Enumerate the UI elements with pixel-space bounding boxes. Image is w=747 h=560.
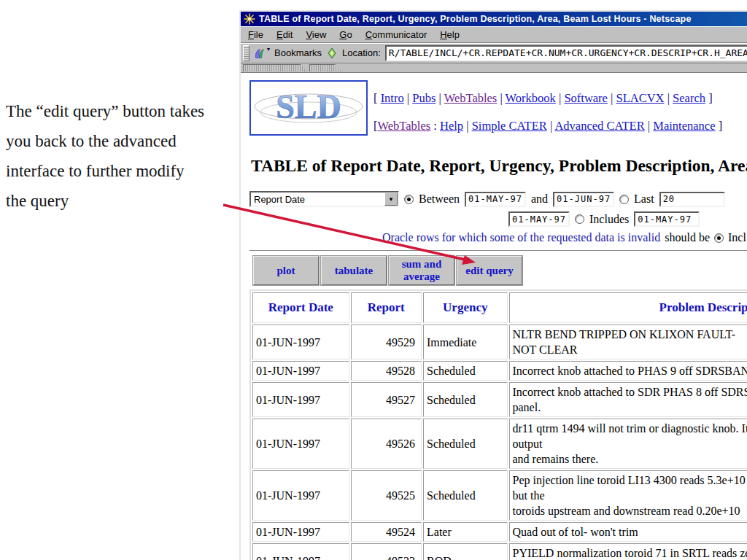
invalid-rows-text: Oracle rows for which some of the reques… xyxy=(382,231,660,244)
nav-link[interactable]: Search xyxy=(673,91,705,105)
action-button[interactable]: edit query xyxy=(457,256,522,285)
nav-link[interactable]: Help xyxy=(440,119,463,133)
nav-separator: | xyxy=(497,91,505,105)
problem-description-cell: PYIELD normalization toroid 71 in SRTL r… xyxy=(509,543,747,560)
nav-link[interactable]: Advanced CATER xyxy=(554,119,644,133)
titlebar: TABLE of Report Date, Report, Urgency, P… xyxy=(241,12,747,26)
includes-radio[interactable] xyxy=(575,214,584,224)
chevron-down-icon[interactable]: ▼ xyxy=(384,192,398,206)
collapsed-toolbar-tab[interactable] xyxy=(309,64,341,71)
includes-before-input[interactable] xyxy=(508,211,570,227)
last-input[interactable] xyxy=(659,192,725,207)
menu-item[interactable]: Communicator xyxy=(365,29,427,40)
query-form: Report Date ▼ Between and Last Includes … xyxy=(249,191,747,252)
nav-separator: | xyxy=(463,119,472,133)
report-date-cell: 01-JUN-1997 xyxy=(252,361,349,381)
nav-separator: | xyxy=(645,119,654,133)
bookmarks-label[interactable]: Bookmarks xyxy=(274,47,322,58)
menu-item[interactable]: View xyxy=(306,29,326,40)
location-label: Location: xyxy=(342,47,381,58)
menu-item[interactable]: File xyxy=(248,29,263,40)
sld-logo[interactable]: SLD xyxy=(249,80,368,136)
query-row-2: Includes xyxy=(508,211,747,227)
nav-link[interactable]: WebTables xyxy=(378,119,431,133)
bookmarks-caret-icon[interactable]: ▾ xyxy=(267,47,270,52)
nav-link[interactable]: Simple CATER xyxy=(472,119,547,133)
field-select[interactable]: Report Date ▼ xyxy=(249,191,399,207)
action-button[interactable]: tabulate xyxy=(321,256,387,285)
action-buttons: plot tabulate sum and average edit query xyxy=(251,256,525,285)
urgency-cell: ROD xyxy=(423,543,508,560)
location-input[interactable] xyxy=(385,45,747,61)
table-row: 01-JUN-1997 49528 Scheduled Incorrect kn… xyxy=(252,361,747,381)
nav-link[interactable]: WebTables xyxy=(444,91,498,105)
problem-description-cell: NLTR BEND TRIPPED ON KLIXON FAULT- NOT C… xyxy=(509,324,747,359)
menu-item[interactable]: Help xyxy=(440,29,460,40)
action-button[interactable]: sum and average xyxy=(389,256,454,285)
field-select-value: Report Date xyxy=(254,194,305,205)
browser-window: TABLE of Report Date, Report, Urgency, P… xyxy=(239,10,747,560)
table-row: 01-JUN-1997 49529 Immediate NLTR BEND TR… xyxy=(252,324,747,359)
toolbar-grip[interactable] xyxy=(243,45,249,61)
report-number-cell: 49523 xyxy=(351,543,422,560)
table-header-row: Report DateReportUrgencyProblem Descript… xyxy=(252,292,747,323)
netscape-icon xyxy=(244,13,255,25)
last-radio[interactable] xyxy=(619,195,629,204)
problem-description-cell: Incorrect knob attached to PHAS 9 off SD… xyxy=(509,361,747,381)
page-title: TABLE of Report Date, Report, Urgency, P… xyxy=(251,156,747,176)
column-header: Problem Description xyxy=(509,292,747,323)
report-date-cell: 01-JUN-1997 xyxy=(252,470,349,521)
problem-description-cell: Pep injection line toroid LI13 4300 read… xyxy=(509,470,747,521)
nav-link[interactable]: Maintenance xyxy=(653,119,715,133)
nav-bracket: ] xyxy=(719,119,723,133)
between-radio[interactable] xyxy=(404,195,414,204)
table-row: 01-JUN-1997 49527 Scheduled Incorrect kn… xyxy=(252,382,747,417)
form-divider xyxy=(249,250,747,252)
included-radio[interactable] xyxy=(714,233,724,243)
table-row: 01-JUN-1997 49524 Later Quad out of tol-… xyxy=(252,522,747,542)
table-row: 01-JUN-1997 49525 Scheduled Pep injectio… xyxy=(252,470,747,521)
nav-link[interactable]: SLACVX xyxy=(616,91,665,105)
menu-item[interactable]: Go xyxy=(339,29,352,40)
location-icon[interactable] xyxy=(326,47,338,59)
includes-input[interactable] xyxy=(634,211,700,227)
nav-bracket: ] xyxy=(708,91,713,105)
urgency-cell: Scheduled xyxy=(423,419,508,469)
report-date-cell: 01-JUN-1997 xyxy=(252,419,349,469)
table-row: 01-JUN-1997 49523 ROD PYIELD normalizati… xyxy=(252,543,747,560)
nav-separator: | xyxy=(665,91,673,105)
action-button[interactable]: plot xyxy=(253,256,319,285)
window-title: TABLE of Report Date, Report, Urgency, P… xyxy=(259,14,692,24)
urgency-cell: Scheduled xyxy=(423,361,508,381)
nav-bracket: [ xyxy=(374,91,381,105)
nav-link[interactable]: Workbook xyxy=(506,91,556,105)
problem-description-cell: Incorrect knob attached to SDR PHAS 8 of… xyxy=(509,382,747,417)
between-from-input[interactable] xyxy=(465,192,526,207)
between-to-input[interactable] xyxy=(553,192,614,207)
report-number-cell: 49528 xyxy=(351,361,422,381)
column-header: Report xyxy=(351,292,422,323)
report-date-cell: 01-JUN-1997 xyxy=(252,543,349,560)
bookmarks-icon[interactable] xyxy=(254,47,266,59)
nav-links: [ Intro | Pubs | WebTables | Workbook | … xyxy=(374,80,722,140)
nav-secondary: [WebTables : Help | Simple CATER | Advan… xyxy=(374,112,722,140)
nav-link[interactable]: Software xyxy=(564,91,608,105)
report-date-cell: 01-JUN-1997 xyxy=(252,382,349,417)
nav-link[interactable]: Pubs xyxy=(412,91,436,105)
report-date-cell: 01-JUN-1997 xyxy=(252,324,349,359)
should-be-label: should be xyxy=(665,231,710,244)
report-number-cell: 49529 xyxy=(351,324,422,359)
report-number-cell: 49524 xyxy=(351,522,422,542)
nav-link[interactable]: Intro xyxy=(381,91,404,105)
between-label: Between xyxy=(419,192,460,206)
collapsed-toolbar-tab[interactable] xyxy=(243,64,307,71)
urgency-cell: Immediate xyxy=(423,324,508,359)
urgency-cell: Later xyxy=(423,522,508,542)
menu-item[interactable]: Edit xyxy=(276,29,293,40)
included-label: Incl xyxy=(728,231,746,244)
nav-primary: [ Intro | Pubs | WebTables | Workbook | … xyxy=(374,85,722,112)
annotation-note: The “edit query” button takes you back t… xyxy=(6,96,207,216)
last-label: Last xyxy=(634,192,654,206)
report-number-cell: 49526 xyxy=(351,419,422,469)
toolbar: ▾ Bookmarks Location: xyxy=(241,43,747,63)
